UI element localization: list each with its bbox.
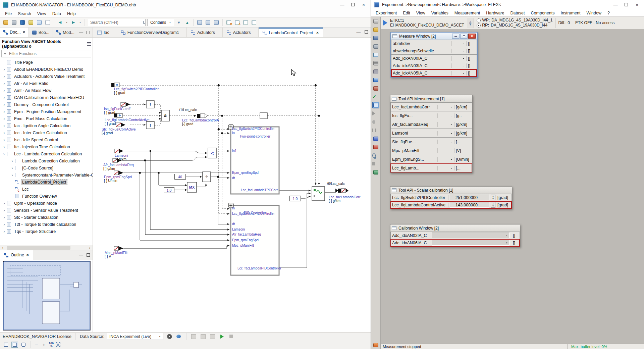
maximize-editor-icon[interactable] [365,30,368,34]
back-history-dropdown-icon[interactable] [65,19,69,26]
measure-row[interactable]: Mpc_pManiFilt - [V] [390,146,472,155]
port-label-fuelcutoff[interactable]: Isc_flgFuelCutoff[-] grad [104,107,130,114]
expander-icon[interactable] [2,88,6,93]
scalar-calibration-window[interactable]: Tool API - Scalar calibration [1] Lcc_fl… [390,186,512,209]
toolbar-icon[interactable] [242,19,249,26]
filter-input[interactable] [8,51,89,56]
menu-item[interactable]: Variables [428,10,451,16]
title-bar[interactable]: EHANDBOOK-NAVIGATOR - EHANDBOOK_FlexECU_… [0,0,371,10]
expander-icon[interactable] [10,166,14,170]
measure-window-titlebar[interactable]: Measure Window [2] × [391,33,477,40]
tab-books[interactable]: Boo... [29,28,53,37]
parameter-value-field[interactable]: 143.000000 [450,202,489,208]
minimize-icon[interactable]: — [613,2,618,7]
menu-item[interactable]: ? [604,10,613,16]
find-next-icon[interactable] [175,19,182,26]
sidebar-icon[interactable] [372,35,379,41]
sidebar-icon[interactable] [372,77,379,83]
tree-item[interactable]: Iac - Ignition Angle Calculation [0,122,93,129]
fit-to-screen-icon[interactable] [56,342,60,347]
menu-item[interactable]: Window [584,10,604,16]
close-outline-icon[interactable]: × [26,253,29,257]
close-icon[interactable]: × [468,34,476,39]
expander-icon[interactable] [2,81,6,86]
port-label-lambdactl[interactable]: Lcc_flgLambdaControlActive[-] grad [105,118,150,126]
scrollbar-thumb[interactable] [7,246,70,250]
divide-block[interactable]: ÷ [203,172,211,182]
menu-item[interactable]: Measurement [451,10,483,16]
scroll-left-icon[interactable]: ‹ [0,246,5,250]
toolbar-icon[interactable] [10,19,18,26]
editor-tab[interactable]: Actuators [187,28,223,37]
expander-icon[interactable] [2,123,6,128]
rp-radio[interactable] [477,23,481,28]
expander-icon[interactable] [2,102,6,107]
not-block[interactable]: ! [146,101,154,108]
measure-row[interactable]: Lcc_facLambdaCorr - [g/km] [390,102,472,111]
calibration-row[interactable]: Adc_idxAN06IA_C [] [390,239,520,247]
diagram-canvas[interactable]: Lcc_flgSwitch2PIDController[-] grad Isc_… [93,38,371,332]
close-tab-icon[interactable]: × [23,30,25,35]
reference-page-row[interactable]: RP: DA_MDG1G_4S_19A030D_I44 [477,23,553,28]
port-label-out1[interactable]: Lcc_flgLambdacontrolActive_1[-] grad [182,118,219,126]
close-icon[interactable]: × [361,2,366,7]
close-icon[interactable]: × [635,2,639,7]
constant-1-0b[interactable]: 1.0 [289,196,301,201]
menu-item[interactable]: Help [64,11,79,17]
expander-icon[interactable] [2,131,6,135]
sidebar-icon[interactable] [372,144,379,150]
filter-box[interactable] [1,50,91,57]
start-measurement-icon[interactable] [219,333,225,340]
menu-item[interactable]: View [34,11,49,17]
tree-item[interactable]: Actuators - Actuators Value Treatment [0,73,93,80]
search-box[interactable] [88,19,146,26]
wp-radio[interactable] [477,18,481,22]
measure-row[interactable]: Adc_idxAN00IA_C - [] [391,54,477,62]
constant-1-0[interactable]: 1.0 [164,187,174,193]
find-previous-icon[interactable] [183,19,191,26]
zoom-100-icon[interactable]: 100% [49,342,54,347]
sidebar-icon[interactable] [372,127,379,134]
tree-item[interactable]: Dummy - Component Control [0,101,93,108]
sidebar-icon[interactable] [372,169,379,176]
sidebar-icon[interactable] [372,51,379,58]
scalar-calibration-titlebar[interactable]: Tool API - Scalar calibration [1] [390,187,512,194]
tree-item[interactable]: Function Overview [0,193,93,200]
port-label-mpc[interactable]: Mpc_pManiFilt[-] V [105,251,127,258]
expander-icon[interactable] [2,152,7,156]
settings-gear-icon[interactable] [166,333,173,340]
view-detail-icon[interactable] [20,342,27,348]
minimize-icon[interactable]: — [340,2,344,7]
editor-tab[interactable]: Actuators [223,28,259,37]
expander-icon[interactable] [2,222,6,227]
calibration-row[interactable]: Lcc_flgLambdaControlActive 143.000000 ▲▼… [390,201,512,209]
menu-item[interactable]: Experiment [373,10,400,16]
contains-dropdown[interactable]: Contains [147,19,174,26]
menu-item[interactable]: Search [15,11,34,17]
toolbar-icon[interactable] [27,19,35,26]
expander-icon[interactable] [2,208,6,213]
sidebar-icon[interactable] [372,110,379,117]
measure-row[interactable]: abweichungsSchwelle - [] [391,47,477,55]
tree-item[interactable]: Systemconstant-Parameter-Variable-Clas [0,171,93,179]
menu-item[interactable]: Components [528,10,558,16]
tree-item[interactable]: Amf - Air Mass Flow [0,87,93,94]
tree-item[interactable]: CAN Calibration in Gasoline FlexECU [0,94,93,101]
toolbar-icon[interactable] [36,19,43,26]
expander-icon[interactable] [2,116,6,121]
working-page-row[interactable]: WP: DA_MDG1G_4S_19A030D_I44_1 [477,18,553,23]
sidebar-icon[interactable] [372,342,379,348]
expander-icon[interactable] [2,95,6,100]
sidebar-icon[interactable] [372,85,379,92]
calibration-row[interactable]: Lcc_flgSwitch2PIDController 251.000000 ▲… [390,194,512,201]
horizontal-scrollbar[interactable]: ‹ › [0,245,93,250]
parameter-value-field[interactable]: 251.000000 [450,195,489,200]
tree-item[interactable]: Epm - Engine Position Management [0,108,93,115]
tree-item[interactable]: Icc - Inter Cooler Calculation [0,129,93,136]
max-block[interactable]: MX [187,182,197,192]
expander-icon[interactable] [2,145,6,149]
sidebar-icon[interactable] [372,152,379,159]
toolbar-icon[interactable] [204,19,212,26]
tool-api-measurement-titlebar[interactable]: Tool API Measurement [1] [390,95,472,103]
minimize-editor-icon[interactable]: — [357,30,361,35]
